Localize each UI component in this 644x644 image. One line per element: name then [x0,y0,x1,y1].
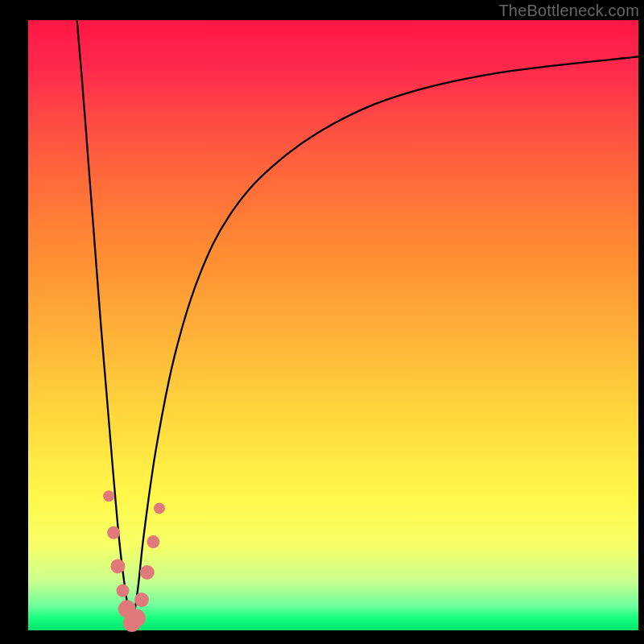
chart-svg [28,20,638,630]
plot-gradient-background [28,20,638,630]
data-marker [110,559,125,573]
data-markers [103,490,165,632]
data-marker [140,565,155,580]
data-marker [128,609,146,627]
data-marker [147,535,159,548]
data-marker [107,526,120,539]
curve-left-branch [77,20,132,630]
data-marker [116,584,129,597]
data-marker [134,592,149,607]
data-marker [154,502,165,514]
watermark-text: TheBottleneck.com [498,2,639,20]
data-marker [103,490,114,502]
chart-container: TheBottleneck.com [0,0,644,644]
curve-right-branch [132,56,638,630]
